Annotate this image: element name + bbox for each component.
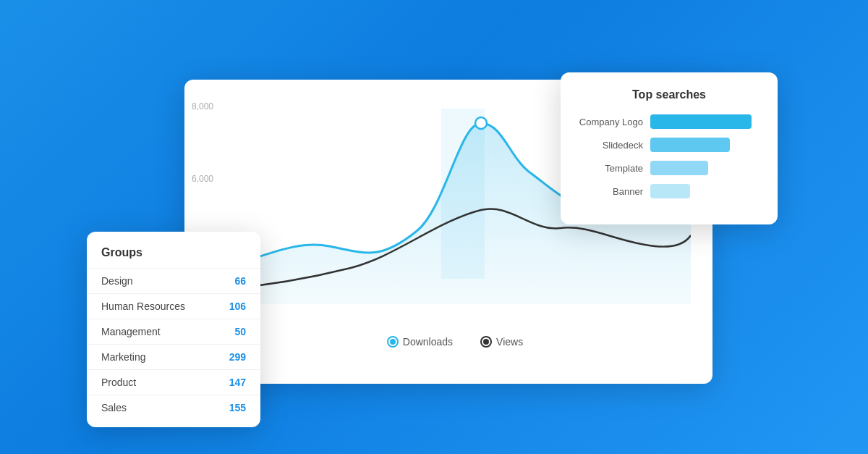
search-bar — [650, 161, 708, 175]
search-label: Company Logo — [578, 117, 643, 127]
search-row: Company Logo — [578, 114, 760, 129]
y-label-6000: 6,000 — [192, 174, 213, 184]
search-bar — [650, 114, 752, 129]
group-name: Human Resources — [101, 300, 185, 312]
peak-dot — [475, 117, 487, 129]
groups-card: Groups Design 66 Human Resources 106 Man… — [87, 232, 260, 427]
search-bar — [650, 184, 690, 198]
searches-rows: Company Logo Slidedeck Template Banner — [578, 114, 760, 198]
downloads-legend-dot — [388, 337, 397, 346]
group-row: Marketing 299 — [87, 344, 260, 369]
group-count: 50 — [234, 326, 246, 337]
downloads-legend-item: Downloads — [388, 336, 453, 348]
group-count: 106 — [229, 300, 246, 312]
group-name: Marketing — [101, 351, 145, 363]
group-row: Management 50 — [87, 319, 260, 344]
group-count: 299 — [229, 351, 246, 363]
searches-title: Top searches — [578, 88, 760, 101]
group-row: Sales 155 — [87, 395, 260, 420]
group-row: Human Resources 106 — [87, 293, 260, 319]
chart-legend: Downloads Views — [221, 336, 691, 348]
group-row: Product 147 — [87, 369, 260, 395]
search-bar-wrap — [650, 138, 760, 152]
groups-title: Groups — [87, 246, 260, 268]
search-row: Slidedeck — [578, 138, 760, 152]
search-row: Banner — [578, 184, 760, 198]
background: 8,000 6,000 4,000 — [0, 0, 868, 454]
group-name: Sales — [101, 402, 127, 413]
group-count: 155 — [229, 402, 246, 413]
views-legend-label: Views — [496, 336, 523, 348]
search-bar-wrap — [650, 114, 760, 129]
group-count: 147 — [229, 377, 246, 388]
search-label: Banner — [578, 186, 643, 197]
group-row: Design 66 — [87, 268, 260, 293]
searches-card: Top searches Company Logo Slidedeck Temp… — [561, 72, 778, 224]
views-legend-item: Views — [482, 336, 523, 348]
groups-rows: Design 66 Human Resources 106 Management… — [87, 268, 260, 420]
y-label-8000: 8,000 — [192, 101, 213, 112]
group-count: 66 — [234, 275, 246, 287]
downloads-legend-label: Downloads — [403, 336, 453, 348]
search-label: Slidedeck — [578, 140, 643, 151]
search-row: Template — [578, 161, 760, 175]
search-bar-wrap — [650, 184, 760, 198]
group-name: Design — [101, 275, 133, 287]
search-bar — [650, 138, 730, 152]
group-name: Management — [101, 326, 161, 337]
search-label: Template — [578, 163, 643, 174]
search-bar-wrap — [650, 161, 760, 175]
group-name: Product — [101, 377, 136, 388]
views-legend-dot — [482, 337, 490, 346]
